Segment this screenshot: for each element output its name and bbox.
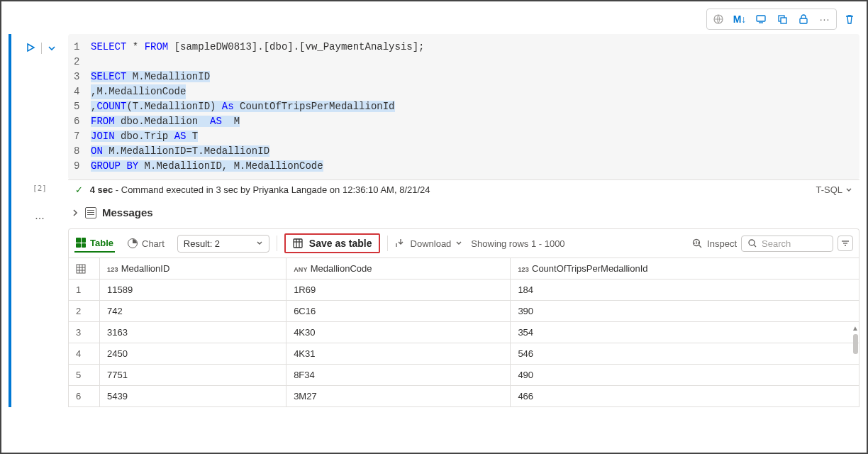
chart-icon: [128, 238, 138, 248]
copy-icon[interactable]: [775, 12, 789, 26]
delete-icon[interactable]: [842, 12, 857, 26]
messages-header[interactable]: Messages: [68, 199, 859, 228]
cell: 354: [511, 322, 859, 343]
cell: 7751: [100, 365, 286, 386]
code-line: GROUP BY M.MedallionID, M.MedallionCode: [91, 159, 323, 174]
rows-info: Showing rows 1 - 1000: [471, 238, 564, 249]
execution-count: [2]: [11, 179, 68, 199]
line-number: 9: [74, 159, 91, 174]
filter-icon: [840, 238, 850, 248]
column-header[interactable]: 123MedallionID: [100, 258, 286, 279]
row-index: 3: [69, 322, 100, 343]
code-line: ,M.MedallionCode: [91, 84, 186, 99]
globe-icon[interactable]: [711, 12, 725, 26]
table-row[interactable]: 331634K30354: [69, 322, 859, 343]
svg-marker-6: [28, 44, 34, 51]
svg-rect-22: [77, 265, 85, 273]
cell: 4K31: [286, 343, 511, 365]
line-number: 7: [74, 129, 91, 144]
results-table: 123MedallionID ANYMedallionCode 123Count…: [68, 258, 859, 407]
cell: 11589: [100, 279, 286, 301]
cell: 184: [511, 279, 859, 301]
code-line: SELECT * FROM [sampleDW0813].[dbo].[vw_P…: [91, 40, 425, 55]
code-line: SELECT M.MedallionID: [91, 70, 210, 84]
more-actions-icon[interactable]: ···: [11, 199, 68, 407]
markdown-button[interactable]: M↓: [733, 12, 747, 26]
code-line: JOIN dbo.Trip AS T: [91, 129, 198, 144]
column-header[interactable]: ANYMedallionCode: [286, 258, 511, 279]
download-icon: [395, 238, 406, 248]
tab-table[interactable]: Table: [74, 235, 115, 253]
table-row[interactable]: 1115891R69184: [69, 279, 859, 301]
lock-icon[interactable]: [796, 12, 811, 26]
inspect-button[interactable]: Inspect: [691, 238, 737, 249]
table-row[interactable]: 654393M27466: [69, 386, 859, 407]
success-icon: ✓: [75, 184, 83, 195]
screen-icon[interactable]: [754, 12, 768, 26]
column-header[interactable]: 123CountOfTripsPerMedallionId: [511, 258, 859, 279]
cell: 2450: [100, 343, 286, 365]
sql-editor[interactable]: 1SELECT * FROM [sampleDW0813].[dbo].[vw_…: [68, 34, 859, 179]
line-number: 1: [74, 40, 91, 55]
code-line: FROM dbo.Medallion AS M: [91, 114, 240, 129]
cell: 490: [511, 365, 859, 386]
more-icon[interactable]: ···: [818, 12, 832, 26]
table-icon: [76, 238, 86, 248]
line-number: 4: [74, 84, 91, 99]
row-index: 2: [69, 301, 100, 322]
scrollbar[interactable]: ▲: [851, 324, 859, 438]
line-number: 5: [74, 99, 91, 114]
notebook-toolbar: M↓ ···: [9, 7, 859, 31]
code-line: [91, 55, 96, 70]
cell: 742: [100, 301, 286, 322]
messages-label: Messages: [102, 206, 153, 218]
chevron-right-icon: [71, 209, 79, 217]
line-number: 8: [74, 144, 91, 159]
download-button[interactable]: Download: [395, 238, 463, 249]
result-selector[interactable]: Result: 2: [177, 235, 269, 253]
table-row[interactable]: 27426C16390: [69, 301, 859, 322]
messages-icon: [85, 207, 96, 218]
cell: 1R69: [286, 279, 511, 301]
svg-rect-4: [781, 18, 786, 23]
cell: 3M27: [286, 386, 511, 407]
scroll-thumb[interactable]: [853, 334, 858, 354]
svg-rect-5: [800, 18, 807, 23]
row-index: 4: [69, 343, 100, 365]
cell: 5439: [100, 386, 286, 407]
row-index: 1: [69, 279, 100, 301]
cell: 466: [511, 386, 859, 407]
svg-rect-1: [757, 16, 765, 21]
cell-run-controls: [11, 34, 68, 179]
cell: 3163: [100, 322, 286, 343]
save-as-table-button[interactable]: Save as table: [284, 233, 380, 253]
cell: 546: [511, 343, 859, 365]
toolbar-group: M↓ ···: [706, 9, 837, 30]
line-number: 6: [74, 114, 91, 129]
cell: 6C16: [286, 301, 511, 322]
code-line: ,COUNT(T.MedallionID) As CountOfTripsPer…: [91, 99, 395, 114]
search-input[interactable]: Search: [741, 236, 833, 252]
table-row[interactable]: 577518F34490: [69, 365, 859, 386]
filter-button[interactable]: [838, 236, 853, 251]
code-line: ON M.MedallionID=T.MedallionID: [91, 144, 269, 159]
run-cell-button[interactable]: [26, 43, 35, 52]
line-number: 3: [74, 70, 91, 84]
svg-line-18: [754, 245, 756, 247]
svg-point-17: [749, 240, 755, 245]
language-picker[interactable]: T-SQL: [816, 184, 852, 195]
duration-text: 4 sec: [90, 184, 113, 195]
row-index: 6: [69, 386, 100, 407]
status-bar: ✓ 4 sec - Command executed in 3 sec by P…: [68, 179, 859, 199]
line-number: 2: [74, 55, 91, 70]
run-menu-chevron[interactable]: [48, 44, 56, 52]
table-row[interactable]: 424504K31546: [69, 343, 859, 365]
search-icon: [747, 238, 757, 248]
svg-rect-7: [294, 239, 302, 248]
status-message: - Command executed in 3 sec by Priyanka …: [116, 184, 430, 195]
scroll-up-icon[interactable]: ▲: [851, 324, 859, 332]
code-cell: 1SELECT * FROM [sampleDW0813].[dbo].[vw_…: [9, 34, 859, 179]
tab-chart[interactable]: Chart: [126, 236, 166, 252]
row-selector-header[interactable]: [69, 258, 100, 279]
cell: 8F34: [286, 365, 511, 386]
